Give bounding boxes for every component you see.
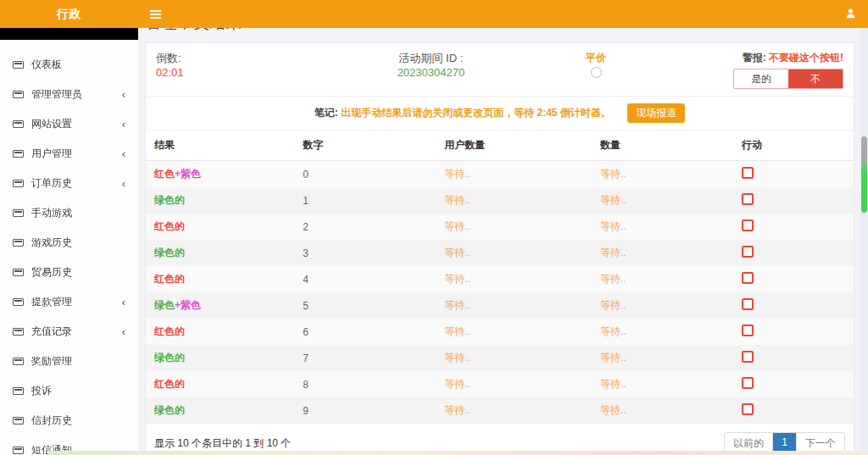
amount-cell: 等待.. (592, 266, 733, 292)
action-checkbox[interactable] (742, 219, 754, 231)
chevron-left-icon: ‹ (122, 150, 125, 158)
table-row: 绿色的9等待..等待.. (146, 397, 854, 424)
sidebar-item[interactable]: 用户管理‹ (0, 139, 138, 169)
result-cell: 绿色的 (146, 345, 294, 371)
sidebar-item-label: 信封历史 (31, 413, 72, 428)
table-header-row: 结果 数字 用户数量 数量 行动 (146, 130, 854, 161)
table-row: 红色+紫色0等待..等待.. (146, 161, 854, 188)
number-cell: 1 (294, 187, 436, 214)
sidebar-item[interactable]: 投诉 (0, 376, 138, 406)
sidebar-item[interactable]: 订单历史‹ (0, 169, 138, 198)
result-cell: 绿色的 (146, 397, 294, 424)
sidebar-item[interactable]: 奖励管理 (0, 347, 138, 376)
live-report-button[interactable]: 现场报道 (627, 103, 685, 123)
number-cell: 3 (294, 240, 436, 266)
number-cell: 9 (294, 397, 436, 424)
scrollbar-thumb[interactable] (861, 136, 867, 213)
sidebar-item-label: 网站设置 (31, 117, 72, 131)
user-icon (845, 8, 856, 19)
card-icon (13, 298, 24, 306)
sidebar-toggle-button[interactable] (138, 0, 172, 28)
pagination-summary: 显示 10 个条目中的 1 到 10 个 (154, 436, 291, 451)
result-cell: 红色的 (146, 214, 294, 240)
sidebar-item-label: 仪表板 (31, 58, 62, 72)
card-icon (13, 120, 24, 128)
parity-radio[interactable] (591, 67, 602, 78)
card-icon (13, 239, 24, 247)
no-button[interactable]: 不 (788, 69, 843, 88)
amount-cell: 等待.. (592, 319, 733, 345)
col-header-users: 用户数量 (436, 130, 592, 161)
sidebar-item-label: 奖励管理 (31, 354, 72, 369)
sidebar-item[interactable]: 游戏历史 (0, 228, 138, 258)
countdown-block: 倒数: 02:01 (156, 51, 328, 89)
page-scrollbar[interactable] (860, 28, 868, 455)
action-cell (733, 187, 854, 214)
sidebar-item-label: 提款管理 (31, 295, 72, 309)
sidebar-item[interactable]: 贸易历史 (0, 258, 138, 287)
action-cell (733, 240, 854, 266)
action-checkbox[interactable] (742, 167, 754, 179)
parity-block: 平价 (534, 51, 658, 89)
chevron-left-icon: ‹ (122, 298, 125, 307)
amount-cell: 等待.. (592, 371, 733, 397)
main-content: 管理中奖结果 家 › 管理中奖结果 倒数: 02:01 活动期间 ID : 20… (138, 0, 868, 455)
amount-cell: 等待.. (592, 345, 733, 371)
card-icon (13, 180, 24, 187)
result-cell: 红色+紫色 (146, 161, 294, 188)
sidebar-item[interactable]: 网站设置‹ (0, 109, 138, 139)
sidebar-item[interactable]: 充值记录‹ (0, 317, 138, 347)
table-row: 绿色的3等待..等待.. (146, 240, 854, 266)
yes-button[interactable]: 是的 (734, 69, 788, 88)
amount-cell: 等待.. (592, 214, 733, 240)
user-menu-button[interactable] (845, 7, 868, 22)
note-text: 出现手动结果后请勿关闭或更改页面，等待 2:45 倒计时器。 (341, 107, 611, 119)
app-brand: 行政 (0, 7, 138, 22)
alert-text: 不要碰这个按钮! (769, 52, 843, 64)
action-checkbox[interactable] (742, 403, 754, 415)
action-checkbox[interactable] (742, 246, 754, 258)
sidebar-item[interactable]: 信封历史 (0, 406, 138, 436)
sidebar-item-label: 用户管理 (31, 147, 72, 161)
result-cell: 红色的 (146, 266, 294, 292)
result-cell: 红色的 (146, 319, 294, 345)
sidebar-item-label: 游戏历史 (31, 236, 72, 250)
action-cell (733, 397, 854, 424)
action-cell (733, 319, 854, 345)
number-cell: 4 (294, 266, 436, 292)
col-header-amount: 数量 (592, 130, 733, 161)
period-block: 活动期间 ID : 20230304270 (328, 51, 534, 89)
alert-button-group: 是的 不 (733, 69, 843, 89)
action-checkbox[interactable] (742, 298, 754, 310)
sidebar-item[interactable]: 管理管理员‹ (0, 80, 138, 109)
action-cell (733, 371, 854, 397)
chevron-left-icon: ‹ (122, 180, 125, 188)
action-checkbox[interactable] (742, 377, 754, 389)
action-checkbox[interactable] (742, 193, 754, 205)
info-row: 倒数: 02:01 活动期间 ID : 20230304270 平价 警报: 不… (146, 43, 854, 96)
card-icon (13, 209, 24, 217)
amount-cell: 等待.. (592, 240, 733, 266)
amount-cell: 等待.. (592, 292, 733, 319)
result-cell: 红色的 (146, 371, 294, 397)
sidebar-item[interactable]: 仪表板 (0, 50, 138, 80)
user-count-cell: 等待.. (436, 319, 592, 345)
sidebar-item-label: 投诉 (31, 384, 52, 398)
top-navbar: 行政 (0, 0, 868, 28)
action-checkbox[interactable] (742, 351, 754, 363)
action-cell (733, 266, 854, 292)
action-cell (733, 292, 854, 319)
amount-cell: 等待.. (592, 161, 733, 188)
col-header-number: 数字 (294, 130, 436, 161)
note-row: 笔记: 出现手动结果后请勿关闭或更改页面，等待 2:45 倒计时器。 现场报道 (146, 96, 854, 130)
action-checkbox[interactable] (742, 272, 754, 284)
action-checkbox[interactable] (742, 325, 754, 336)
sidebar-item[interactable]: 手动游戏 (0, 198, 138, 228)
results-panel: 倒数: 02:01 活动期间 ID : 20230304270 平价 警报: 不… (145, 42, 854, 455)
alert-block: 警报: 不要碰这个按钮! 是的 不 (658, 51, 843, 89)
number-cell: 5 (294, 292, 436, 319)
bottom-gradient-strip (48, 451, 868, 455)
sidebar-item[interactable]: 提款管理‹ (0, 287, 138, 317)
result-cell: 绿色的 (146, 240, 294, 266)
table-row: 红色的6等待..等待.. (146, 319, 854, 345)
